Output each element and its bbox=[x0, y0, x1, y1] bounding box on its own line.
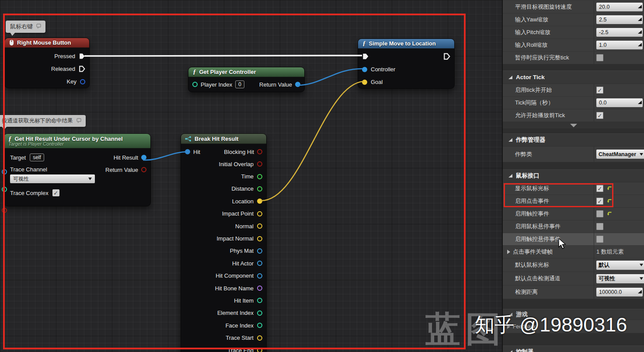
checkbox[interactable] bbox=[596, 223, 603, 230]
property-row-默认鼠标光标[interactable]: 默认鼠标光标默认 bbox=[503, 258, 644, 272]
pin-initial-overlap[interactable] bbox=[257, 161, 262, 167]
pin-trace-channel[interactable] bbox=[2, 187, 7, 192]
property-row-平滑目标视图旋转速度[interactable]: 平滑目标视图旋转速度20.0 bbox=[503, 1, 644, 14]
pin-location[interactable] bbox=[257, 199, 262, 204]
target-value[interactable]: self bbox=[30, 153, 44, 161]
category-expanded-icon bbox=[508, 350, 512, 352]
number-field[interactable]: 0.0 bbox=[596, 98, 643, 107]
pin-label: Hit Result bbox=[114, 154, 138, 161]
number-field[interactable]: 100000.0 bbox=[596, 288, 643, 296]
property-row-启用触控悬停事件[interactable]: 启用触控悬停事件 bbox=[503, 233, 644, 246]
category-label: 鼠标接口 bbox=[516, 172, 540, 180]
comment-bubble-right-mouse[interactable]: 鼠标右键 bbox=[6, 21, 45, 33]
property-row-启用触控事件[interactable]: 启用触控事件 bbox=[503, 208, 644, 220]
player-index-value[interactable]: 0 bbox=[235, 80, 244, 88]
checkbox[interactable]: ✓ bbox=[596, 198, 603, 205]
checkbox[interactable] bbox=[596, 236, 603, 243]
property-row-点击事件关键帧[interactable]: 点击事件关键帧1 数组元素 bbox=[503, 246, 644, 258]
node-right-mouse-button[interactable]: Right Mouse Button Pressed Released Key bbox=[4, 38, 90, 88]
pin-time[interactable] bbox=[257, 174, 262, 179]
pin-hit-item[interactable] bbox=[257, 298, 262, 303]
pin-impact-normal[interactable] bbox=[257, 236, 262, 241]
comment-bubble-hit-result[interactable]: 按通道获取光标下的命中结果 bbox=[0, 115, 86, 127]
reset-to-default-icon[interactable] bbox=[607, 211, 613, 217]
property-row-输入Yaw缩放[interactable]: 输入Yaw缩放2.5 bbox=[503, 14, 644, 26]
pin-hit-result[interactable] bbox=[141, 155, 146, 160]
property-row-作弊类[interactable]: 作弊类CheatManager bbox=[503, 146, 644, 162]
pin-impact-point[interactable] bbox=[257, 211, 262, 216]
dropdown[interactable]: 可视性 bbox=[596, 274, 644, 283]
pin-hit-component[interactable] bbox=[257, 273, 262, 279]
expand-arrow-icon[interactable] bbox=[507, 324, 510, 329]
pin-hit-actor[interactable] bbox=[257, 261, 262, 266]
number-field[interactable]: 2.5 bbox=[596, 15, 643, 24]
number-field[interactable]: 20.0 bbox=[596, 3, 643, 11]
property-row-显示鼠标光标[interactable]: 显示鼠标光标✓ bbox=[503, 182, 644, 195]
property-row-暂停时应执行完整tick[interactable]: 暂停时应执行完整tick bbox=[503, 52, 644, 64]
pin-return-value[interactable] bbox=[295, 82, 300, 87]
pin-phys-mat[interactable] bbox=[257, 248, 262, 254]
property-row-启用鼠标悬停事件[interactable]: 启用鼠标悬停事件 bbox=[503, 220, 644, 233]
pin-trace-end[interactable] bbox=[257, 348, 262, 352]
pin-element-index[interactable] bbox=[257, 310, 262, 316]
node-break-hit-result[interactable]: Break Hit Result Hit Blocking Hit Initia… bbox=[181, 133, 267, 352]
property-row-输入Roll缩放[interactable]: 输入Roll缩放1.0 bbox=[503, 39, 644, 52]
property-row-Feedback[interactable]: Feedback bbox=[503, 320, 644, 333]
checkbox[interactable] bbox=[596, 210, 603, 217]
pin-hit-input[interactable] bbox=[185, 149, 190, 154]
checkbox[interactable]: ✓ bbox=[596, 87, 603, 94]
exec-pin-out[interactable] bbox=[443, 53, 450, 60]
comment-pin-icon[interactable] bbox=[36, 24, 41, 30]
property-row-检测距离[interactable]: 检测距离100000.0 bbox=[503, 286, 644, 299]
pin-trace-start[interactable] bbox=[257, 335, 262, 341]
category-header-控制器[interactable]: 控制器 bbox=[503, 345, 644, 352]
exec-pin-pressed[interactable] bbox=[79, 53, 85, 59]
reset-to-default-icon[interactable] bbox=[607, 199, 613, 204]
reset-to-default-icon[interactable] bbox=[607, 186, 613, 192]
node-get-hit-result-under-cursor[interactable]: ƒ Get Hit Result Under Cursor by Channel… bbox=[3, 133, 151, 206]
pin-controller[interactable] bbox=[362, 67, 367, 72]
break-output-row: Trace Start bbox=[181, 331, 266, 344]
category-header-游戏[interactable]: 游戏 bbox=[503, 309, 644, 320]
node-header[interactable]: Right Mouse Button bbox=[5, 38, 89, 48]
node-header[interactable]: ƒ Get Player Controller bbox=[188, 67, 304, 77]
property-row-启用tick并开始[interactable]: 启用tick并开始✓ bbox=[503, 84, 644, 97]
comment-pin-icon[interactable] bbox=[77, 118, 81, 124]
pin-key[interactable] bbox=[80, 79, 85, 84]
advanced-expander[interactable] bbox=[503, 122, 644, 129]
pin-player-index[interactable] bbox=[192, 82, 198, 87]
node-header[interactable]: ƒ Simple Move to Location bbox=[358, 39, 454, 49]
trace-channel-dropdown[interactable]: 可视性 bbox=[10, 174, 95, 183]
pin-face-index[interactable] bbox=[257, 323, 262, 328]
pin-trace-complex[interactable] bbox=[2, 208, 7, 213]
category-header-鼠标接口[interactable]: 鼠标接口 bbox=[503, 169, 644, 182]
number-field[interactable]: 1.0 bbox=[596, 41, 643, 49]
expand-arrow-icon[interactable] bbox=[507, 250, 510, 254]
property-row-允许开始播放前Tick[interactable]: 允许开始播放前Tick✓ bbox=[503, 109, 644, 122]
node-get-player-controller[interactable]: ƒ Get Player Controller Player Index 0 R… bbox=[188, 67, 305, 92]
pin-goal[interactable] bbox=[362, 80, 367, 85]
pin-return-value[interactable] bbox=[141, 167, 146, 172]
pin-target[interactable] bbox=[2, 169, 7, 174]
dropdown[interactable]: 默认 bbox=[596, 261, 644, 270]
break-output-row: Distance bbox=[181, 183, 266, 195]
property-row-Tick间隔（秒）[interactable]: Tick间隔（秒）0.0 bbox=[503, 97, 644, 109]
property-row-输入Pitch缩放[interactable]: 输入Pitch缩放-2.5 bbox=[503, 26, 644, 39]
number-field[interactable]: -2.5 bbox=[596, 28, 643, 37]
checkbox[interactable]: ✓ bbox=[596, 185, 603, 192]
property-row-默认点击检测通道[interactable]: 默认点击检测通道可视性 bbox=[503, 272, 644, 286]
property-row-启用点击事件[interactable]: 启用点击事件✓ bbox=[503, 195, 644, 208]
exec-pin-released[interactable] bbox=[79, 66, 85, 72]
trace-complex-checkbox[interactable]: ✓ bbox=[52, 189, 59, 196]
pin-hit-bone-name[interactable] bbox=[257, 286, 262, 291]
checkbox[interactable]: ✓ bbox=[596, 112, 603, 119]
pin-normal[interactable] bbox=[257, 223, 262, 229]
pin-blocking-hit[interactable] bbox=[257, 149, 262, 154]
category-header-Actor Tick[interactable]: Actor Tick bbox=[503, 70, 644, 84]
dropdown[interactable]: CheatManager bbox=[596, 150, 644, 159]
pin-distance[interactable] bbox=[257, 186, 262, 192]
category-header-作弊管理器[interactable]: 作弊管理器 bbox=[503, 133, 644, 146]
checkbox[interactable] bbox=[596, 54, 603, 61]
node-simple-move-to-location[interactable]: ƒ Simple Move to Location Controller Goa… bbox=[358, 38, 455, 89]
exec-pin-in[interactable] bbox=[362, 53, 369, 60]
